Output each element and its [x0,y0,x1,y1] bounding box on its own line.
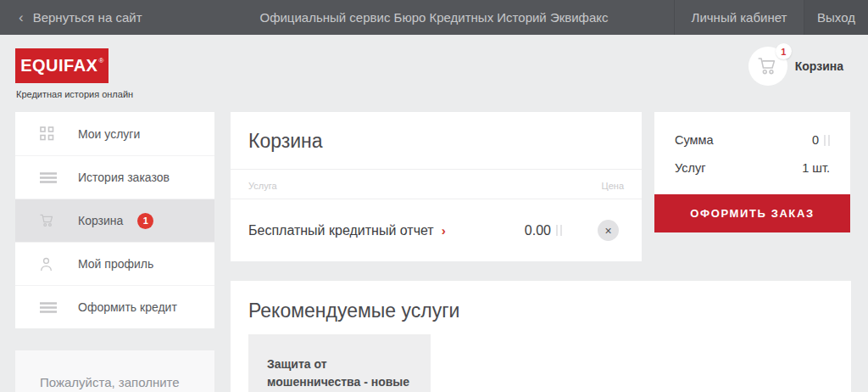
recommended-service-name: Защита от мошенничества - новые кредиты … [267,357,409,392]
summary-count-value: 1 шт. [802,161,830,175]
header-cart-badge: 1 [776,43,792,59]
column-price: Цена [602,181,624,191]
site-tagline: Кредитная история онлайн [16,89,133,99]
topbar-actions: Личный кабинет Выход [674,0,868,35]
recommended-title: Рекомендуемые услуги [248,300,833,322]
chevron-left-icon: ‹ [19,9,24,26]
logout-link[interactable]: Выход [804,0,868,35]
chevron-right-icon[interactable]: › [442,223,446,238]
summary-sum-row: Сумма 0 [675,133,830,147]
sidebar-nav: Мои услуги История заказов Корзина 1 Мой [15,112,214,328]
registered-mark: ® [98,57,103,64]
cart-icon [40,214,58,227]
equifax-logo[interactable]: EQUIFAX® [15,48,108,83]
currency-bars-icon [824,135,830,146]
user-icon [40,257,58,272]
topbar: ‹ Вернуться на сайт Официальный сервис Б… [0,0,868,35]
summary-count-label: Услуг [675,161,706,175]
back-to-site-link[interactable]: ‹ Вернуться на сайт [19,9,142,26]
cart-table-header: Услуга Цена [231,170,642,199]
cart-page-title: Корзина [248,130,323,152]
sidebar-item-label: Корзина [78,214,123,227]
cart-panel: Корзина Услуга Цена Бесплатный кредитный… [231,112,642,261]
back-to-site-label: Вернуться на сайт [33,10,142,25]
sidebar-item-my-profile[interactable]: Мой профиль [15,242,214,285]
header-cart-widget[interactable]: 1 Корзина [748,47,843,86]
currency-bars-icon [556,225,562,236]
cart-item-row: Бесплатный кредитный отчет › 0.00 × [231,199,642,261]
logout-label: Выход [817,10,855,25]
sidebar-note: Пожалуйста, заполните [15,350,214,392]
sidebar-item-my-services[interactable]: Мои услуги [15,112,214,155]
equifax-logo-text: EQUIFAX [20,56,97,76]
cart-icon [758,57,778,76]
checkout-button[interactable]: ОФОРМИТЬ ЗАКАЗ [654,194,850,232]
cart-item-price: 0.00 [525,223,551,238]
list-icon [40,172,58,183]
personal-account-label: Личный кабинет [692,10,787,25]
cart-item-name-link[interactable]: Бесплатный кредитный отчет [248,223,434,238]
remove-item-button[interactable]: × [598,220,619,241]
summary-sum-value: 0 [812,133,819,147]
list-icon [40,302,58,313]
sidebar-item-label: Мои услуги [78,127,140,141]
grid-icon [40,126,58,141]
recommended-panel: Рекомендуемые услуги Защита от мошенниче… [231,281,851,392]
sidebar-item-order-history[interactable]: История заказов [15,155,214,199]
sidebar-item-apply-credit[interactable]: Оформить кредит [15,285,214,328]
sidebar-item-label: Оформить кредит [78,300,177,314]
order-summary-panel: Сумма 0 Услуг 1 шт. [654,112,850,194]
cart-circle: 1 [748,47,787,86]
summary-count-row: Услуг 1 шт. [675,161,830,175]
header-cart-label: Корзина [795,59,843,73]
sidebar-item-cart[interactable]: Корзина 1 [15,199,214,242]
summary-sum-label: Сумма [675,133,714,147]
personal-account-link[interactable]: Личный кабинет [674,0,804,35]
sidebar-item-label: История заказов [78,171,170,184]
cart-title-row: Корзина [231,112,642,170]
sidebar-note-text: Пожалуйста, заполните [40,375,180,389]
recommended-service-card[interactable]: Защита от мошенничества - новые кредиты … [248,334,431,392]
header: EQUIFAX® Кредитная история онлайн 1 Корз… [0,35,868,112]
sidebar-cart-badge: 1 [137,213,153,229]
sidebar-item-label: Мой профиль [78,257,153,271]
column-service: Услуга [248,181,277,191]
